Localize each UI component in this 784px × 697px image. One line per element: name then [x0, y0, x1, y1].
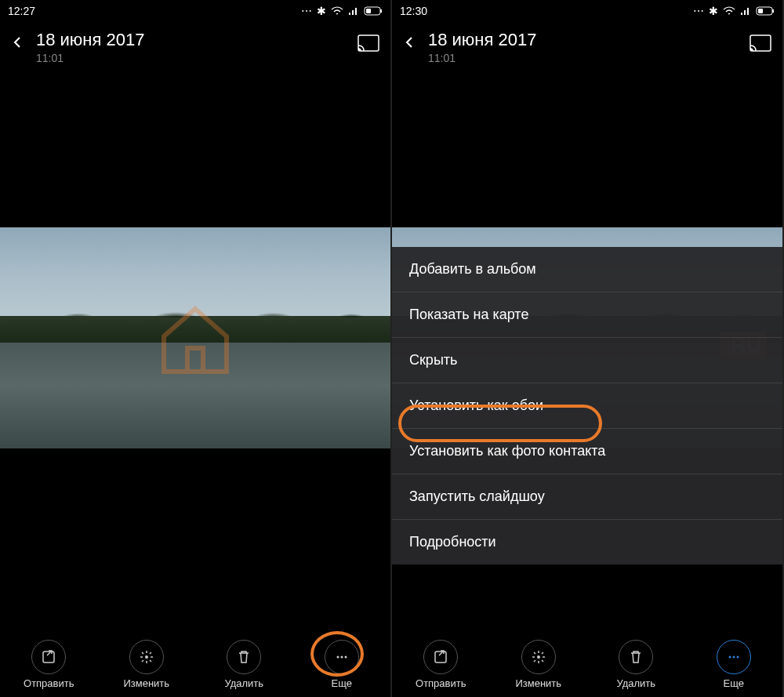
battery-icon — [756, 6, 775, 16]
share-button[interactable]: Отправить — [401, 640, 480, 689]
bottom-toolbar: Отправить Изменить Удалить Еще — [0, 633, 390, 697]
back-button[interactable] — [11, 36, 24, 49]
header-time: 11:01 — [36, 52, 345, 64]
more-label: Еще — [724, 677, 744, 689]
more-icon — [325, 640, 359, 674]
more-button[interactable]: Еще — [695, 640, 773, 689]
bottom-toolbar: Отправить Изменить Удалить Еще — [392, 633, 782, 697]
share-label: Отправить — [416, 677, 466, 689]
menu-show-map[interactable]: Показать на карте — [392, 292, 782, 337]
edit-button[interactable]: Изменить — [107, 640, 186, 689]
header-time: 11:01 — [428, 52, 737, 64]
edit-icon — [129, 640, 164, 674]
svg-point-6 — [145, 655, 148, 659]
edit-label: Изменить — [123, 677, 169, 689]
signal-icon — [740, 6, 751, 16]
trash-icon — [619, 640, 653, 674]
svg-point-14 — [750, 49, 752, 51]
delete-label: Удалить — [616, 677, 655, 689]
status-time: 12:30 — [400, 5, 427, 17]
svg-rect-2 — [366, 9, 371, 13]
cast-button[interactable] — [750, 34, 771, 52]
cast-button[interactable] — [358, 34, 379, 52]
photo-water — [0, 343, 390, 448]
share-label: Отправить — [24, 677, 74, 689]
share-button[interactable]: Отправить — [9, 640, 88, 689]
more-menu: Добавить в альбом Показать на карте Скры… — [392, 247, 782, 564]
bluetooth-icon: ✱ — [317, 5, 326, 17]
menu-slideshow[interactable]: Запустить слайдшоу — [392, 474, 782, 519]
svg-point-19 — [736, 656, 739, 659]
header-date: 18 июня 2017 — [36, 30, 345, 50]
edit-icon — [521, 640, 556, 674]
more-dots-icon: ⋯ — [301, 5, 312, 17]
status-icons: ⋯ ✱ — [693, 5, 775, 17]
more-label: Еще — [332, 677, 352, 689]
status-time: 12:27 — [8, 5, 35, 17]
menu-set-contact[interactable]: Установить как фото контакта — [392, 428, 782, 474]
delete-label: Удалить — [224, 677, 263, 689]
photo-sky — [0, 227, 390, 316]
svg-rect-12 — [758, 9, 763, 13]
header: 18 июня 2017 11:01 — [0, 22, 390, 72]
share-icon — [31, 640, 66, 674]
menu-set-wallpaper[interactable]: Установить как обои — [392, 383, 782, 428]
screen-left: 12:27 ⋯ ✱ 18 июня 2017 11:01 Отпр — [0, 0, 392, 697]
svg-rect-1 — [380, 9, 382, 13]
status-bar: 12:30 ⋯ ✱ — [392, 0, 782, 22]
delete-button[interactable]: Удалить — [597, 640, 675, 689]
bluetooth-icon: ✱ — [709, 5, 718, 17]
battery-icon — [364, 6, 383, 16]
svg-point-7 — [336, 656, 339, 659]
edit-label: Изменить — [515, 677, 561, 689]
svg-point-8 — [340, 656, 343, 659]
header: 18 июня 2017 11:01 — [392, 22, 782, 72]
trash-icon — [227, 640, 261, 674]
photo-trees — [0, 316, 390, 343]
more-button[interactable]: Еще — [303, 640, 381, 689]
status-bar: 12:27 ⋯ ✱ — [0, 0, 390, 22]
signal-icon — [348, 6, 359, 16]
menu-details[interactable]: Подробности — [392, 519, 782, 564]
screen-right: 12:30 ⋯ ✱ 18 июня 2017 11:01 .RU Добавит… — [392, 0, 784, 697]
edit-button[interactable]: Изменить — [499, 640, 578, 689]
svg-rect-3 — [358, 35, 379, 51]
more-dots-icon: ⋯ — [693, 5, 704, 17]
header-date: 18 июня 2017 — [428, 30, 737, 50]
status-icons: ⋯ ✱ — [301, 5, 383, 17]
wifi-icon — [723, 6, 735, 16]
wifi-icon — [331, 6, 343, 16]
svg-point-17 — [728, 656, 731, 659]
svg-point-18 — [732, 656, 735, 659]
back-button[interactable] — [403, 36, 416, 49]
svg-point-16 — [537, 655, 540, 659]
menu-add-album[interactable]: Добавить в альбом — [392, 247, 782, 292]
svg-rect-13 — [750, 35, 771, 51]
more-icon — [717, 640, 751, 674]
menu-hide[interactable]: Скрыть — [392, 337, 782, 383]
svg-rect-11 — [772, 9, 774, 13]
photo-viewer[interactable] — [0, 227, 390, 448]
svg-point-9 — [344, 656, 347, 659]
share-icon — [423, 640, 458, 674]
svg-point-4 — [358, 49, 360, 51]
delete-button[interactable]: Удалить — [205, 640, 283, 689]
